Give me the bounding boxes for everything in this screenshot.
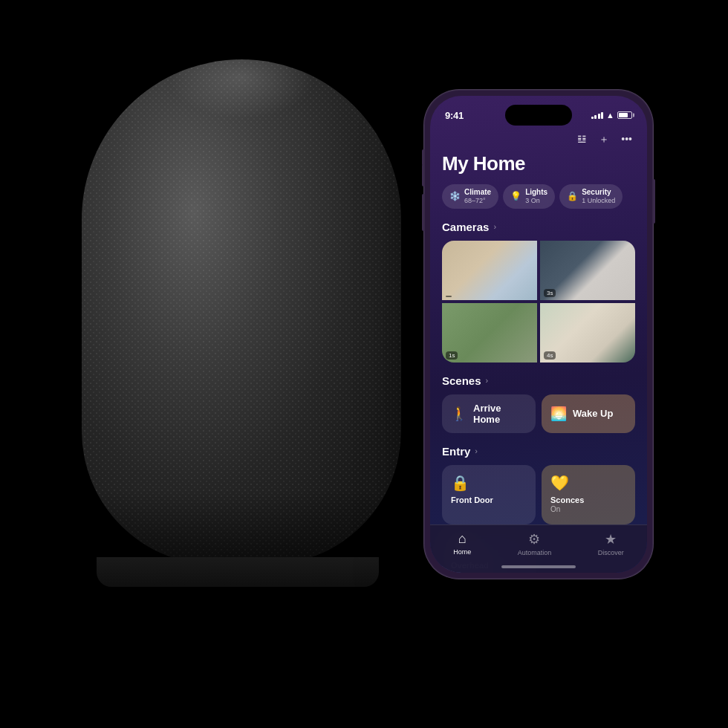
entry-chevron: › xyxy=(475,446,478,455)
tab-discover[interactable]: ★ Discover xyxy=(598,531,624,556)
camera-cell-1[interactable] xyxy=(442,241,537,300)
camera-cell-4[interactable]: 4s xyxy=(540,303,635,363)
tab-home[interactable]: ⌂ Home xyxy=(453,531,471,556)
climate-label: Climate xyxy=(464,188,491,197)
waveform-icon[interactable]: 𝌭 xyxy=(577,133,587,146)
home-tab-icon: ⌂ xyxy=(458,531,467,547)
signal-bar-3 xyxy=(598,114,600,119)
battery-fill xyxy=(619,113,628,117)
dynamic-island xyxy=(505,105,572,126)
homepod-base xyxy=(97,557,379,587)
automation-tab-icon: ⚙ xyxy=(528,531,540,547)
security-sub: 1 Unlocked xyxy=(582,197,615,205)
scenes-chevron: › xyxy=(486,376,489,385)
entry-title: Entry xyxy=(442,445,470,458)
home-indicator xyxy=(501,565,576,568)
tab-automation[interactable]: ⚙ Automation xyxy=(518,531,552,556)
lights-label: Lights xyxy=(525,188,547,197)
sconces-sub: On xyxy=(550,505,626,513)
scenes-title: Scenes xyxy=(442,374,481,387)
camera-3-timestamp: 1s xyxy=(446,351,458,360)
camera-cell-2[interactable]: 3s xyxy=(540,241,635,300)
climate-icon: ❄️ xyxy=(449,191,461,201)
iphone-screen: 9:41 ▲ xyxy=(430,96,647,573)
wifi-icon: ▲ xyxy=(606,111,614,120)
front-door-icon: 🔒 xyxy=(451,474,527,492)
camera-1-timestamp xyxy=(446,296,452,297)
arrive-home-button[interactable]: 🚶 Arrive Home xyxy=(442,394,536,433)
camera-cell-3[interactable]: 1s xyxy=(442,303,537,363)
sconces-card[interactable]: 💛 Sconces On xyxy=(542,465,635,524)
front-door-label: Front Door xyxy=(451,495,527,505)
camera-2-timestamp: 3s xyxy=(544,289,556,297)
entry-section-header[interactable]: Entry › xyxy=(442,445,635,458)
status-time: 9:41 xyxy=(445,110,464,121)
mute-button[interactable] xyxy=(422,149,424,166)
wake-up-icon: 🌅 xyxy=(550,406,567,422)
front-door-card[interactable]: 🔒 Front Door xyxy=(442,465,536,524)
lights-icon: 💡 xyxy=(510,191,521,201)
plus-icon[interactable]: ＋ xyxy=(599,133,609,146)
scenes-section-header[interactable]: Scenes › xyxy=(442,374,635,387)
climate-sub: 68–72° xyxy=(464,197,491,205)
iphone-frame: 9:41 ▲ xyxy=(423,89,654,579)
signal-icon xyxy=(591,111,604,119)
automation-tab-label: Automation xyxy=(518,549,552,556)
homepod-bottom-shadow xyxy=(82,490,401,565)
side-button[interactable] xyxy=(653,179,655,224)
volume-down-button[interactable] xyxy=(422,194,424,231)
lights-chip[interactable]: 💡 Lights 3 On xyxy=(503,184,555,209)
camera-grid: 3s 1s 4s xyxy=(442,241,635,363)
status-chips: ❄️ Climate 68–72° 💡 Lights 3 On xyxy=(442,184,635,209)
wake-up-button[interactable]: 🌅 Wake Up xyxy=(542,394,635,433)
camera-4-timestamp: 4s xyxy=(544,351,556,360)
security-chip[interactable]: 🔒 Security 1 Unlocked xyxy=(559,184,623,209)
homepod-body xyxy=(82,59,401,565)
homepod-top-glow xyxy=(167,59,316,119)
signal-bar-1 xyxy=(591,117,594,119)
sconces-label: Sconces xyxy=(550,495,626,505)
iphone: 9:41 ▲ xyxy=(423,89,654,579)
volume-up-button[interactable] xyxy=(422,164,424,186)
scenes-row: 🚶 Arrive Home 🌅 Wake Up xyxy=(442,394,635,433)
security-label: Security xyxy=(582,188,615,197)
homepod-mesh xyxy=(82,59,401,565)
cameras-title: Cameras xyxy=(442,221,489,233)
page-title: My Home xyxy=(442,152,635,175)
sconces-icon: 💛 xyxy=(550,474,626,492)
cameras-chevron: › xyxy=(493,222,496,231)
home-content: 𝌭 ＋ ••• My Home ❄️ Climate 68–72° xyxy=(430,133,647,573)
discover-tab-label: Discover xyxy=(598,549,624,556)
security-icon: 🔒 xyxy=(567,191,578,201)
climate-chip[interactable]: ❄️ Climate 68–72° xyxy=(442,184,498,209)
scene-container: 9:41 ▲ xyxy=(0,0,728,728)
wake-up-label: Wake Up xyxy=(573,408,613,419)
signal-bar-4 xyxy=(601,112,603,119)
homepod xyxy=(45,59,431,617)
lights-sub: 3 On xyxy=(525,197,547,205)
ellipsis-icon[interactable]: ••• xyxy=(621,133,632,146)
discover-tab-icon: ★ xyxy=(605,531,617,547)
arrive-home-icon: 🚶 xyxy=(451,406,467,422)
cameras-section-header[interactable]: Cameras › xyxy=(442,221,635,233)
status-icons: ▲ xyxy=(591,111,632,120)
battery-icon xyxy=(617,111,632,119)
header-actions: 𝌭 ＋ ••• xyxy=(442,133,635,146)
signal-bar-2 xyxy=(594,115,597,119)
arrive-home-label: Arrive Home xyxy=(473,403,527,425)
home-tab-label: Home xyxy=(453,548,471,556)
